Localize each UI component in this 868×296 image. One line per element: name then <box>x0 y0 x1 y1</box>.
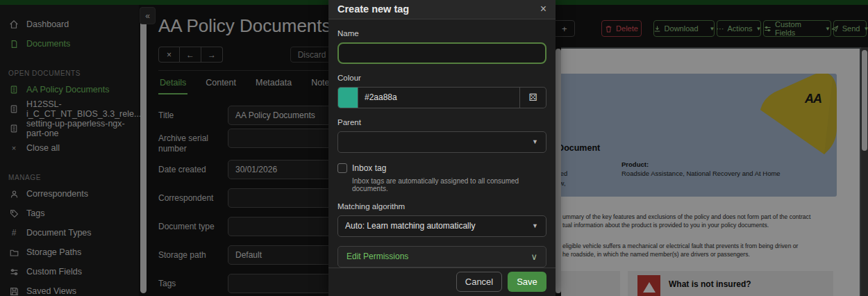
app-window: Dashboard Documents OPEN DOCUMENTS AA Po… <box>0 0 868 296</box>
colour-swatch <box>337 87 358 108</box>
chevron-down-icon: ▼ <box>532 222 538 229</box>
random-colour-button[interactable]: ⚄ <box>520 87 546 108</box>
name-label: Name <box>337 29 546 38</box>
matching-algorithm-label: Matching algorithm <box>337 202 546 211</box>
inbox-tag-row: Inbox tag <box>337 163 546 173</box>
modal-body: Name Colour #2aa88a ⚄ Parent ▼ Inbox tag… <box>328 19 556 268</box>
modal-close-icon[interactable]: × <box>540 3 546 15</box>
save-button[interactable]: Save <box>508 272 546 292</box>
parent-label: Parent <box>337 118 546 126</box>
dice-icon: ⚄ <box>528 92 537 103</box>
chevron-down-icon: ∨ <box>531 252 537 262</box>
tag-name-input[interactable] <box>337 42 546 64</box>
inbox-tag-label: Inbox tag <box>352 163 386 173</box>
inbox-tag-hint: Inbox tags are automatically assigned to… <box>352 177 546 192</box>
cancel-button[interactable]: Cancel <box>456 272 502 292</box>
colour-label: Colour <box>337 74 546 82</box>
colour-hex-input[interactable]: #2aa88a <box>358 87 520 108</box>
chevron-down-icon: ▼ <box>532 138 538 145</box>
create-tag-modal: Create new tag × Name Colour #2aa88a ⚄ P… <box>328 0 556 296</box>
modal-header: Create new tag × <box>328 0 556 19</box>
edit-permissions-accordion[interactable]: Edit Permissions ∨ <box>337 246 546 268</box>
matching-algorithm-value: Auto: Learn matching automatically <box>345 221 475 231</box>
colour-input-group: #2aa88a ⚄ <box>337 87 546 108</box>
modal-title: Create new tag <box>337 3 409 15</box>
parent-select[interactable]: ▼ <box>337 131 546 153</box>
edit-permissions-label: Edit Permissions <box>347 252 408 261</box>
modal-footer: Cancel Save <box>328 268 556 296</box>
inbox-tag-checkbox[interactable] <box>337 163 347 173</box>
matching-algorithm-select[interactable]: Auto: Learn matching automatically ▼ <box>337 215 546 237</box>
